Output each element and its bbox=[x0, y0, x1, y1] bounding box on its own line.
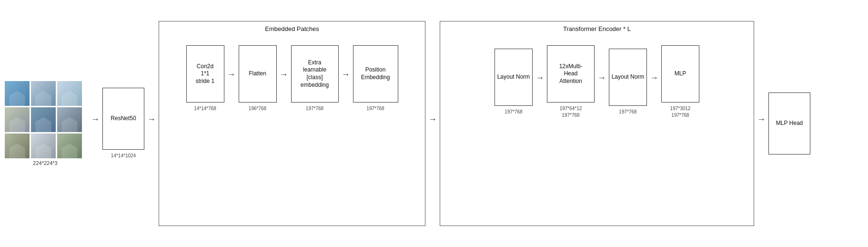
img-cell-2 bbox=[31, 81, 56, 106]
img-cell-6 bbox=[57, 107, 82, 132]
layernorm1-dim: 197*768 bbox=[505, 109, 522, 115]
extra-node: Extra learnable [class] embedding bbox=[291, 45, 339, 103]
img-cell-9 bbox=[57, 134, 82, 158]
extra-label: Extra learnable [class] embedding bbox=[301, 59, 329, 89]
resnet-dim: 14*14*1024 bbox=[111, 153, 136, 159]
image-section: 224*224*3 bbox=[5, 81, 86, 166]
resnet-wrapper: ResNet50 14*14*1024 bbox=[102, 88, 144, 159]
image-dim-label: 224*224*3 bbox=[33, 160, 57, 166]
flatten-wrapper: Flatten 196*768 bbox=[239, 45, 277, 112]
layernorm2-label: Layout Norm bbox=[612, 73, 645, 81]
position-label: Position Embedding bbox=[361, 66, 390, 81]
arrow-ln1-to-mha bbox=[535, 73, 544, 83]
resnet-label: ResNet50 bbox=[111, 115, 136, 123]
layernorm2-wrapper: Layout Norm 197*768 bbox=[609, 49, 647, 115]
mlp-node: MLP bbox=[661, 45, 699, 103]
transformer-encoder-title: Transformer Encoder * L bbox=[563, 25, 631, 32]
embedded-patches-title: Embedded Patches bbox=[265, 25, 319, 32]
arrow-flatten-to-extra bbox=[280, 70, 288, 80]
img-cell-5 bbox=[31, 107, 56, 132]
mlp-dim: 197*3012 197*768 bbox=[670, 105, 691, 119]
arrow-resnet-to-embedded bbox=[147, 114, 156, 124]
transformer-encoder-inner: Layout Norm 197*768 12xMulti- Head Atten… bbox=[440, 26, 754, 133]
layernorm2-dim: 197*768 bbox=[619, 109, 636, 115]
mlphead-wrapper: MLP Head bbox=[768, 93, 810, 154]
resnet-node: ResNet50 bbox=[102, 88, 144, 150]
multihead-label: 12xMulti- Head Attention bbox=[559, 63, 583, 85]
arrow-conv2d-to-flatten bbox=[227, 70, 236, 80]
diagram-container: 224*224*3 ResNet50 14*14*1024 Embedded P… bbox=[0, 0, 868, 247]
conv2d-wrapper: Con2d 1*1 stride 1 14*14*768 bbox=[186, 45, 224, 112]
arrow-img-to-resnet bbox=[91, 114, 100, 124]
arrow-transformer-to-mlphead bbox=[757, 114, 766, 124]
arrow-embedded-to-transformer bbox=[428, 114, 437, 124]
arrow-mha-to-ln2 bbox=[597, 73, 606, 83]
arrow-extra-to-position bbox=[342, 70, 350, 80]
mlp-label: MLP bbox=[675, 70, 686, 78]
position-node: Position Embedding bbox=[353, 45, 398, 103]
embedded-patches-section: Embedded Patches Con2d 1*1 stride 1 14*1… bbox=[159, 21, 425, 226]
img-cell-8 bbox=[31, 134, 56, 158]
image-grid bbox=[5, 81, 82, 158]
multihead-dim: 197*64*12 197*768 bbox=[560, 105, 582, 119]
flatten-dim: 196*768 bbox=[249, 105, 266, 112]
multihead-wrapper: 12xMulti- Head Attention 197*64*12 197*7… bbox=[547, 45, 595, 119]
layernorm1-node: Layout Norm bbox=[495, 49, 533, 106]
conv2d-label: Con2d 1*1 stride 1 bbox=[196, 63, 214, 85]
arrow-ln2-to-mlp bbox=[650, 73, 658, 83]
extra-wrapper: Extra learnable [class] embedding 197*76… bbox=[291, 45, 339, 112]
conv2d-dim: 14*14*768 bbox=[194, 105, 216, 112]
position-wrapper: Position Embedding 197*768 bbox=[353, 45, 398, 112]
layernorm1-label: Layout Norm bbox=[497, 73, 530, 81]
embedded-patches-inner: Con2d 1*1 stride 1 14*14*768 Flatten 196… bbox=[159, 26, 425, 126]
flatten-node: Flatten bbox=[239, 45, 277, 103]
img-cell-4 bbox=[5, 107, 30, 132]
layernorm1-wrapper: Layout Norm 197*768 bbox=[495, 49, 533, 115]
img-cell-3 bbox=[57, 81, 82, 106]
transformer-encoder-section: Transformer Encoder * L Layout Norm 197*… bbox=[440, 21, 754, 226]
extra-dim: 197*768 bbox=[306, 105, 323, 112]
img-cell-1 bbox=[5, 81, 30, 106]
mlphead-label: MLP Head bbox=[776, 120, 803, 127]
position-dim: 197*768 bbox=[366, 105, 384, 112]
conv2d-node: Con2d 1*1 stride 1 bbox=[186, 45, 224, 103]
mlphead-node: MLP Head bbox=[768, 93, 810, 154]
mlp-wrapper: MLP 197*3012 197*768 bbox=[661, 45, 699, 119]
multihead-node: 12xMulti- Head Attention bbox=[547, 45, 595, 103]
flatten-label: Flatten bbox=[249, 70, 266, 78]
layernorm2-node: Layout Norm bbox=[609, 49, 647, 106]
img-cell-7 bbox=[5, 134, 30, 158]
